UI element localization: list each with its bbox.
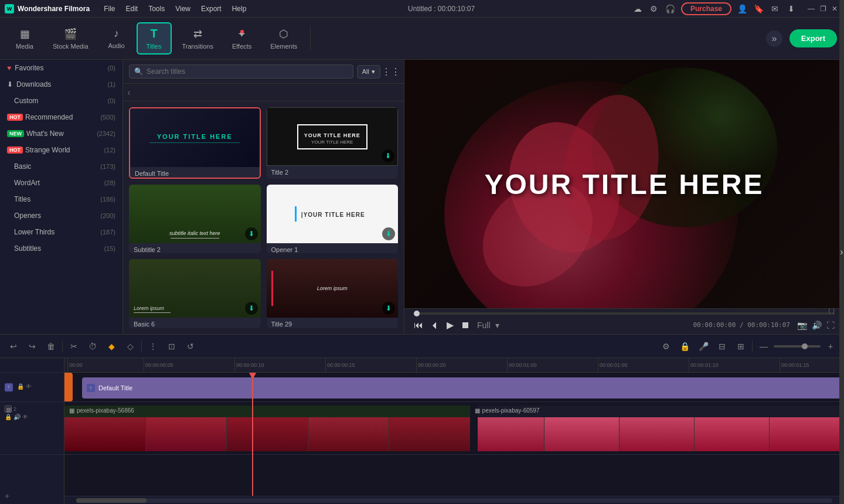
title-2-sub: YOUR TITLE HERE <box>304 139 360 145</box>
ruler-mark-100: 00:00:01:00 <box>507 358 598 373</box>
tool-elements[interactable]: ⬡ Elements <box>262 24 305 53</box>
nav-arrow-left[interactable]: ‹ <box>123 87 135 98</box>
custom-label: Custom <box>14 97 108 105</box>
video-clip-2[interactable]: ▦ pexels-pixabay-60597 <box>470 406 844 451</box>
delete-button[interactable]: 🗑 <box>43 339 59 354</box>
search-input[interactable] <box>147 67 348 76</box>
stock-icon: 🎬 <box>64 28 77 40</box>
sidebar-item-basic[interactable]: Basic (173) <box>0 158 122 175</box>
zoom-out-button[interactable]: — <box>756 339 771 354</box>
rotate-button[interactable]: ↺ <box>183 339 198 354</box>
cut-button[interactable]: ✂ <box>66 339 81 354</box>
zoom-slider[interactable] <box>774 345 821 348</box>
tl-mic-icon[interactable]: 🎤 <box>696 339 711 354</box>
quality-chevron-icon[interactable]: ▾ <box>495 321 499 330</box>
sidebar-item-titles[interactable]: Titles (186) <box>0 191 122 207</box>
sidebar-item-whats-new[interactable]: NEW What's New (2342) <box>0 125 122 142</box>
sidebar-item-subtitles[interactable]: Subtitles (15) <box>0 240 122 257</box>
title-card-2[interactable]: YOUR TITLE HERE YOUR TITLE HERE ⬇ Title … <box>267 107 399 179</box>
title-card-subtitle-2[interactable]: subtitle italic text here ⬇ Subtitle 2 <box>129 185 261 254</box>
menu-file[interactable]: File <box>99 4 120 14</box>
redo-button[interactable]: ↪ <box>25 339 40 354</box>
headset-icon[interactable]: 🎧 <box>665 3 676 15</box>
video-clip-1[interactable]: ▦ pexels-pixabay-56866 <box>64 406 470 451</box>
tl-lock-icon[interactable]: 🔒 <box>677 339 692 354</box>
timeline-expand-handle[interactable]: › <box>839 358 844 504</box>
skip-back-button[interactable]: ⏮ <box>414 320 423 331</box>
more-tools-button[interactable]: » <box>766 30 782 47</box>
stop-button[interactable]: ⏹ <box>461 320 470 331</box>
sidebar-item-downloads[interactable]: ⬇ Downloads (1) <box>0 76 122 93</box>
split-button[interactable]: ⋮ <box>145 339 161 354</box>
snapshot-icon[interactable]: 📷 <box>797 321 807 330</box>
add-track-button[interactable]: + <box>0 488 64 504</box>
title-card-title-29[interactable]: Lorem ipsum ⬇ Title 29 <box>267 259 399 328</box>
volume-icon[interactable]: 🔊 <box>812 321 822 330</box>
play-button[interactable]: ▶ <box>447 319 454 331</box>
user-icon[interactable]: 👤 <box>736 3 748 15</box>
tool-transitions[interactable]: ⇄ Transitions <box>174 24 222 53</box>
downloads-icon: ⬇ <box>7 80 13 88</box>
scroll-bar[interactable] <box>76 498 832 503</box>
zoom-in-button[interactable]: + <box>823 339 838 354</box>
title-card-basic-6[interactable]: Lorem ipsum ⬇ Basic 6 <box>129 259 261 328</box>
ruler-marks: 00:00 00:00:00:05 00:00:00:10 00:00:00:1… <box>67 358 841 373</box>
keyframe-button[interactable]: ◇ <box>122 339 138 354</box>
tool-stock-label: Stock Media <box>53 43 89 50</box>
sidebar-item-wordart[interactable]: WordArt (28) <box>0 175 122 191</box>
frame-back-button[interactable]: ⏴ <box>430 320 440 331</box>
progress-handle[interactable] <box>414 311 420 316</box>
scroll-handle[interactable] <box>76 498 147 503</box>
fullscreen-icon[interactable]: ⛶ <box>826 321 835 330</box>
close-button[interactable]: ✕ <box>830 4 839 13</box>
sidebar-item-strange-world[interactable]: HOT Strange World (12) <box>0 142 122 158</box>
undo-button[interactable]: ↩ <box>6 339 21 354</box>
menu-edit[interactable]: Edit <box>121 4 142 14</box>
bookmark-icon[interactable]: 🔖 <box>753 3 764 15</box>
track-title-eye-icon[interactable]: 👁 <box>26 383 32 391</box>
export-button[interactable]: Export <box>789 29 837 47</box>
speed-button[interactable]: ⏱ <box>85 339 100 354</box>
track-video-eye-icon[interactable]: 👁 <box>22 414 28 420</box>
purchase-button[interactable]: Purchase <box>681 2 731 15</box>
crop-button[interactable]: ⊡ <box>164 339 179 354</box>
menu-view[interactable]: View <box>171 4 195 14</box>
tool-media[interactable]: ▦ Media <box>7 24 42 53</box>
track-title-lock-icon[interactable]: 🔒 <box>17 383 24 391</box>
menu-export[interactable]: Export <box>196 4 226 14</box>
tool-titles-label: Titles <box>147 43 162 50</box>
tool-titles[interactable]: T Titles <box>137 22 172 55</box>
track-video-vol-icon[interactable]: 🔊 <box>13 414 21 420</box>
minimize-button[interactable]: — <box>806 4 816 13</box>
track-video-lock-icon[interactable]: 🔒 <box>5 414 12 420</box>
tool-stock[interactable]: 🎬 Stock Media <box>45 24 97 53</box>
tl-split-icon[interactable]: ⊟ <box>714 339 730 354</box>
sidebar-item-favorites[interactable]: ♥ Favorites (0) <box>0 60 122 76</box>
menu-tools[interactable]: Tools <box>144 4 169 14</box>
mail-icon[interactable]: ✉ <box>769 3 781 15</box>
cloud-icon[interactable]: ☁ <box>632 3 644 15</box>
basic-6-download-icon: ⬇ <box>245 302 258 315</box>
playhead[interactable] <box>252 373 253 496</box>
title-card-default[interactable]: YOUR TITLE HERE Default Title <box>129 107 261 179</box>
grid-view-button[interactable]: ⋮⋮ <box>384 64 398 79</box>
download-icon[interactable]: ⬇ <box>785 3 797 15</box>
sidebar-item-recommended[interactable]: HOT Recommended (500) <box>0 109 122 125</box>
progress-bar[interactable]: { } <box>414 312 835 315</box>
sidebar-item-custom[interactable]: Custom (0) <box>0 93 122 109</box>
sidebar-item-lower-thirds[interactable]: Lower Thirds (187) <box>0 224 122 240</box>
title-card-opener-1[interactable]: |YOUR TITLE HERE ⬇ Opener 1 <box>267 185 399 254</box>
maximize-button[interactable]: ❐ <box>818 4 828 13</box>
sidebar-item-openers[interactable]: Openers (200) <box>0 207 122 224</box>
title-clip[interactable]: T Default Title <box>82 377 844 399</box>
tl-merge-icon[interactable]: ⊞ <box>733 339 748 354</box>
title-card-subtitle-2-label: Subtitle 2 <box>129 243 261 254</box>
filter-button[interactable]: All ▾ <box>357 65 380 79</box>
opener-1-download-icon: ⬇ <box>382 227 395 240</box>
tool-audio[interactable]: ♪ Audio <box>99 24 134 53</box>
menu-help[interactable]: Help <box>227 4 251 14</box>
tl-settings-icon[interactable]: ⚙ <box>658 339 673 354</box>
color-button[interactable]: ◆ <box>104 339 119 354</box>
settings-icon[interactable]: ⚙ <box>648 3 660 15</box>
tool-effects[interactable]: ✦ Effects <box>224 24 260 53</box>
